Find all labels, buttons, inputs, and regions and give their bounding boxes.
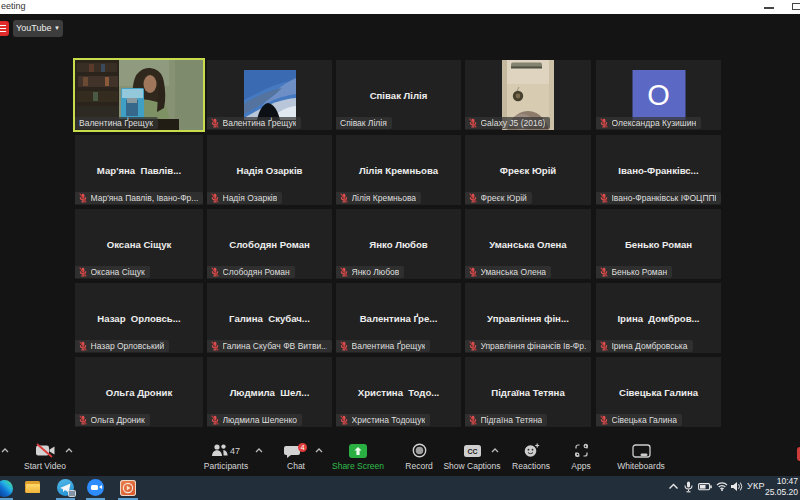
svg-text:4: 4 <box>300 443 304 452</box>
svg-text:47: 47 <box>230 446 240 456</box>
svg-text:CC: CC <box>467 447 477 454</box>
